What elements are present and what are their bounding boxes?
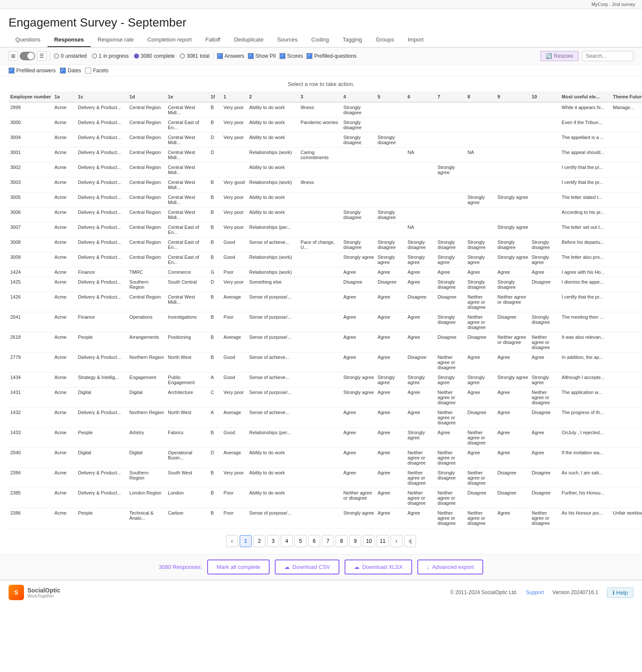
nav-tab-falloff[interactable]: Falloff <box>199 33 227 47</box>
cell-theme <box>611 163 642 178</box>
th-1f[interactable]: 1f <box>209 92 222 102</box>
cell-1e: Commerce <box>166 267 209 277</box>
table-row[interactable]: 3003AcmeDelivery & Product...Central Reg… <box>9 178 642 192</box>
page-6-button[interactable]: 6 <box>308 535 320 547</box>
help-button[interactable]: ℹ Help <box>607 587 633 598</box>
th-theme[interactable]: Theme Future Engage... <box>611 92 642 102</box>
cell-employee: 2618 <box>9 332 53 352</box>
grid-view-icon[interactable]: ⊞ <box>9 51 18 61</box>
download-xlsx-button[interactable]: ☁ Download XLSX <box>345 560 412 574</box>
page-8-button[interactable]: 8 <box>336 535 348 547</box>
table-row[interactable]: 1432AcmeDelivery & Product...Northern Re… <box>9 408 642 428</box>
list-view-icon[interactable]: ☰ <box>37 51 47 61</box>
cell-q6: Strongly disagree <box>406 237 436 252</box>
nav-tab-responses[interactable]: Responses <box>48 33 91 47</box>
th-q8[interactable]: 8 <box>466 92 496 102</box>
answers-filter[interactable]: Answers <box>217 53 244 59</box>
cell-useful: I certify that the pr... <box>560 292 611 312</box>
table-row[interactable]: 1431AcmeDigitalDigitalArchitectureCVery … <box>9 388 642 408</box>
download-csv-button[interactable]: ☁ Download CSV <box>275 560 339 574</box>
nav-tab-sources[interactable]: Sources <box>270 33 305 47</box>
table-row[interactable]: 3007AcmeDelivery & Product...Central Reg… <box>9 222 642 237</box>
nav-tab-questions[interactable]: Questions <box>9 33 48 47</box>
table-row[interactable]: 2385AcmeDelivery & Product...London Regi… <box>9 488 642 508</box>
page-7-button[interactable]: 7 <box>322 535 334 547</box>
mark-all-complete-button[interactable]: Mark all complete <box>207 560 270 574</box>
page-3-button[interactable]: 3 <box>267 535 279 547</box>
th-q2[interactable]: 2 <box>247 92 299 102</box>
table-row[interactable]: 2386AcmePeopleTechnical & Analo...Carbon… <box>9 508 642 528</box>
prev-page-button[interactable]: ‹ <box>226 535 238 547</box>
th-q4[interactable]: 4 <box>342 92 376 102</box>
th-q1[interactable]: 1 <box>222 92 247 102</box>
table-row[interactable]: 2040AcmeDigitalDigitalOperational Busin.… <box>9 448 642 468</box>
inprogress-status[interactable]: 1 in progress <box>92 53 129 59</box>
cell-1f: B <box>209 428 222 448</box>
dates-filter[interactable]: Dates <box>60 68 81 74</box>
table-row[interactable]: 3004AcmeDelivery & Product...Central Reg… <box>9 133 642 148</box>
scores-filter[interactable]: Scores <box>279 53 303 59</box>
table-row[interactable]: 3008AcmeDelivery & Product...Central Reg… <box>9 237 642 252</box>
showpii-filter[interactable]: Show PII <box>248 53 276 59</box>
unstarted-status[interactable]: 0 unstarted <box>54 53 87 59</box>
nav-tab-deduplicate[interactable]: Deduplicate <box>227 33 270 47</box>
cell-q6 <box>406 207 436 222</box>
table-row[interactable]: 1424AcmeFinanceTMRCCommerceGPoorRelation… <box>9 267 642 277</box>
nav-tab-completion-report[interactable]: Completion report <box>140 33 198 47</box>
table-row[interactable]: 1426AcmeDelivery & Product...Central Reg… <box>9 292 642 312</box>
table-row[interactable]: 2384AcmeDelivery & Product...Southern Re… <box>9 468 642 488</box>
table-row[interactable]: 3009AcmeDelivery & Product...Central Reg… <box>9 252 642 267</box>
table-row[interactable]: 3005AcmeDelivery & Product...Central Reg… <box>9 192 642 207</box>
th-1a[interactable]: 1a <box>53 92 76 102</box>
table-row[interactable]: 2999AcmeDelivery & Product...Central Reg… <box>9 102 642 118</box>
table-row[interactable]: 1425AcmeDelivery & Product...Southern Re… <box>9 277 642 292</box>
table-row[interactable]: 3006AcmeDelivery & Product...Central Reg… <box>9 207 642 222</box>
page-9-button[interactable]: 9 <box>349 535 361 547</box>
support-link[interactable]: Support <box>526 589 544 595</box>
table-row[interactable]: 2618AcmePeopleArrangementsPositioningBAv… <box>9 332 642 352</box>
table-row[interactable]: 2041AcmeFinanceOperationsInvestigationsB… <box>9 312 642 332</box>
nav-tab-tagging[interactable]: Tagging <box>336 33 369 47</box>
table-row[interactable]: 3000AcmeDelivery & Product...Central Reg… <box>9 118 642 133</box>
prefilled-questions-filter[interactable]: Prefilled-questions <box>306 53 357 59</box>
th-employee[interactable]: Employee number <box>9 92 53 102</box>
th-q6[interactable]: 6 <box>406 92 436 102</box>
page-5-button[interactable]: 5 <box>294 535 306 547</box>
facets-filter[interactable]: Facets <box>85 68 108 74</box>
search-input[interactable] <box>582 51 633 61</box>
table-row[interactable]: 2779AcmeDelivery & Product...Northern Re… <box>9 352 642 373</box>
page-4-button[interactable]: 4 <box>281 535 293 547</box>
th-1e[interactable]: 1e <box>166 92 209 102</box>
cell-q7 <box>436 207 466 222</box>
th-useful[interactable]: Most useful ele... <box>560 92 611 102</box>
table-row[interactable]: 3002AcmeDelivery & Product...Central Reg… <box>9 163 642 178</box>
th-q7[interactable]: 7 <box>436 92 466 102</box>
table-row[interactable]: 1433AcmePeopleArtistryFabricsBGoodRelati… <box>9 428 642 448</box>
nav-tab-import[interactable]: Import <box>401 33 431 47</box>
table-row[interactable]: 1434AcmeStrategy & Intellig...Engagement… <box>9 373 642 388</box>
page-2-button[interactable]: 2 <box>253 535 265 547</box>
nav-tab-coding[interactable]: Coding <box>304 33 336 47</box>
complete-status[interactable]: 3080 complete <box>134 53 175 59</box>
th-q10[interactable]: 10 <box>530 92 560 102</box>
th-1c[interactable]: 1c <box>76 92 128 102</box>
th-q5[interactable]: 5 <box>376 92 406 102</box>
th-1d[interactable]: 1d <box>128 92 166 102</box>
nav-tab-response-rate[interactable]: Response rate <box>91 33 141 47</box>
next-page-button[interactable]: › <box>390 535 402 547</box>
total-status[interactable]: 3081 total <box>180 53 209 59</box>
th-q3[interactable]: 3 <box>299 92 342 102</box>
page-10-button[interactable]: 10 <box>363 535 375 547</box>
cell-1d: Central Region <box>128 133 166 148</box>
advanced-export-button[interactable]: ↓ Advanced export <box>417 560 483 574</box>
rescore-button[interactable]: 🔄 Rescore <box>540 51 579 61</box>
page-11-button[interactable]: 11 <box>377 535 389 547</box>
last-page-button[interactable]: ›| <box>404 535 416 547</box>
nav-tab-groups[interactable]: Groups <box>369 33 401 47</box>
table-row[interactable]: 3001AcmeDelivery & Product...Central Reg… <box>9 148 642 163</box>
view-toggle[interactable] <box>20 52 35 60</box>
cell-q9 <box>496 163 530 178</box>
prefilled-answers-filter[interactable]: Prefilled-answers <box>9 68 56 74</box>
page-1-button[interactable]: 1 <box>240 535 252 547</box>
th-q9[interactable]: 9 <box>496 92 530 102</box>
